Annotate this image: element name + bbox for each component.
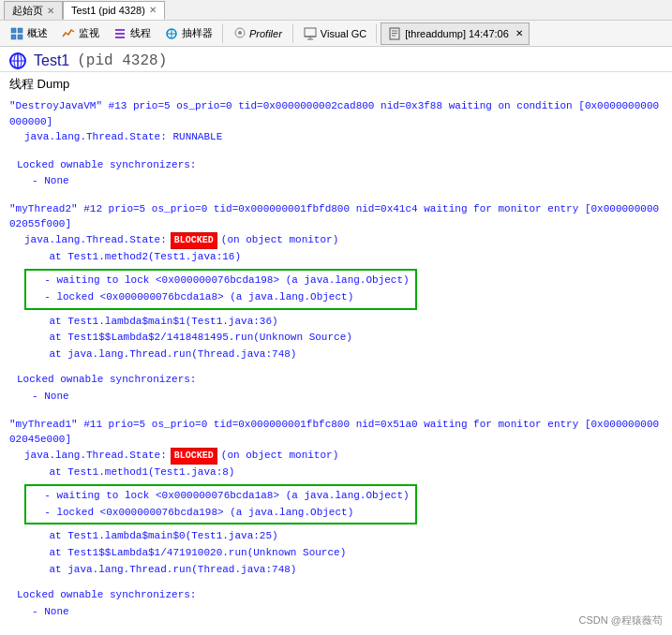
svg-rect-0 — [11, 28, 16, 33]
sync-section-2: Locked ownable synchronizers: - None — [9, 372, 663, 405]
sync-section-3: Locked ownable synchronizers: - None — [9, 587, 663, 620]
sync-title-2: Locked ownable synchronizers: — [17, 372, 663, 389]
page-icon — [9, 52, 26, 69]
thread-block-mythread1: "myThread1" #11 prio=5 os_prio=0 tid=0x0… — [9, 417, 663, 621]
thread-state-2-suffix: (on object monitor) — [221, 232, 338, 249]
visualgc-button[interactable]: Visual GC — [297, 22, 372, 45]
threaddump-timestamp: 14:47:06 — [469, 28, 509, 39]
thread-stack-2c: at Test1$$Lambda$2/1418481495.run(Unknow… — [9, 330, 663, 347]
sync-section-1: Locked ownable synchronizers: - None — [9, 157, 663, 190]
thread-header-3: "myThread1" #11 prio=5 os_prio=0 tid=0x0… — [9, 417, 663, 448]
sync-none-2: - None — [17, 389, 663, 406]
thread-header-2: "myThread2" #12 prio=5 os_prio=0 tid=0x0… — [9, 201, 663, 232]
thread-stack-2b: at Test1.lambda$main$1(Test1.java:36) — [9, 314, 663, 331]
watermark: CSDN @程猿薇苟 — [579, 613, 663, 628]
svg-rect-2 — [11, 35, 16, 39]
sampler-label: 抽样器 — [182, 26, 213, 40]
thread-stack-3b: at Test1.lambda$main$0(Test1.java:25) — [9, 528, 663, 545]
tab-test1-close[interactable]: ✕ — [149, 5, 157, 15]
thread-label: 线程 — [130, 26, 151, 40]
lock-box-2: - waiting to lock <0x000000076bcda198> (… — [24, 269, 417, 309]
thread-block-mythread2: "myThread2" #12 prio=5 os_prio=0 tid=0x0… — [9, 201, 663, 406]
visualgc-icon — [303, 26, 318, 41]
overview-button[interactable]: 概述 — [4, 22, 53, 45]
thread-button[interactable]: 线程 — [107, 22, 157, 45]
thread-stack-2a: at Test1.method2(Test1.java:16) — [9, 249, 663, 266]
thread-header-1: "DestroyJavaVM" #13 prio=5 os_prio=0 tid… — [9, 98, 663, 129]
thread-state-1: java.lang.Thread.State: RUNNABLE — [9, 129, 663, 146]
title-bar: 起始页 ✕ Test1 (pid 4328) ✕ — [0, 0, 672, 21]
sync-none-3: - None — [17, 604, 663, 621]
visualgc-label: Visual GC — [321, 28, 366, 39]
tab-start-label: 起始页 — [12, 4, 43, 18]
lock-line-3b: - locked <0x000000076bcda198> (a java.la… — [32, 505, 410, 522]
thread-state-3: java.lang.Thread.State: BLOCKED (on obje… — [9, 448, 663, 465]
threaddump-label: [threaddump] — [405, 28, 466, 39]
svg-rect-3 — [18, 35, 22, 39]
page-pid: (pid 4328) — [77, 52, 167, 69]
tab-test1[interactable]: Test1 (pid 4328) ✕ — [63, 1, 165, 20]
svg-rect-16 — [390, 28, 399, 39]
thread-stack-3a: at Test1.method1(Test1.java:8) — [9, 465, 663, 481]
profiler-label: Profiler — [249, 28, 282, 39]
tab-start[interactable]: 起始页 ✕ — [4, 1, 63, 20]
blocked-badge-3: BLOCKED — [171, 448, 217, 465]
sync-title-3: Locked ownable synchronizers: — [17, 587, 663, 604]
profiler-button[interactable]: Profiler — [227, 22, 289, 45]
toolbar: 概述 监视 线程 抽样器 — [0, 21, 672, 47]
svg-rect-12 — [305, 28, 316, 37]
svg-point-11 — [238, 31, 242, 35]
toolbar-separator-1 — [222, 24, 223, 43]
sync-title-1: Locked ownable synchronizers: — [17, 157, 663, 174]
thread-state-2-label: java.lang.Thread.State: — [24, 232, 167, 249]
tab-start-close: ✕ — [47, 6, 54, 16]
lock-line-3a: - waiting to lock <0x000000076bcda1a8> (… — [32, 488, 410, 505]
threaddump-icon — [387, 26, 402, 41]
toolbar-separator-2 — [292, 24, 293, 43]
sampler-button[interactable]: 抽样器 — [158, 22, 218, 45]
thread-block-destroyjavavm: "DestroyJavaVM" #13 prio=5 os_prio=0 tid… — [9, 98, 663, 190]
monitor-button[interactable]: 监视 — [55, 22, 105, 45]
lock-line-2a: - waiting to lock <0x000000076bcda198> (… — [32, 273, 410, 289]
threaddump-close[interactable]: ✕ — [515, 28, 523, 38]
monitor-icon — [61, 26, 76, 41]
thread-stack-3d: at java.lang.Thread.run(Thread.java:748) — [9, 562, 663, 579]
tab-test1-label: Test1 (pid 4328) — [71, 5, 145, 16]
thread-state-2: java.lang.Thread.State: BLOCKED (on obje… — [9, 232, 663, 249]
monitor-label: 监视 — [79, 26, 99, 40]
thread-state-3-suffix: (on object monitor) — [221, 448, 338, 465]
threaddump-button[interactable]: [threaddump] 14:47:06 ✕ — [381, 22, 530, 45]
sync-none-1: - None — [17, 173, 663, 190]
section-label: 线程 Dump — [0, 72, 672, 95]
lock-line-2b: - locked <0x000000076bcda1a8> (a java.la… — [32, 289, 410, 306]
page-header: Test1 (pid 4328) — [0, 47, 672, 72]
thread-stack-2d: at java.lang.Thread.run(Thread.java:748) — [9, 347, 663, 363]
svg-rect-1 — [18, 28, 22, 33]
content-area: "DestroyJavaVM" #13 prio=5 os_prio=0 tid… — [0, 95, 672, 627]
thread-state-3-label: java.lang.Thread.State: — [24, 448, 167, 465]
lock-box-3: - waiting to lock <0x000000076bcda1a8> (… — [24, 484, 417, 524]
profiler-icon — [233, 26, 246, 41]
page-title: Test1 — [34, 52, 69, 69]
overview-label: 概述 — [27, 26, 48, 40]
thread-icon — [112, 26, 127, 41]
overview-icon — [9, 26, 24, 41]
thread-stack-3c: at Test1$$Lambda$1/471910020.run(Unknown… — [9, 545, 663, 562]
toolbar-separator-3 — [376, 24, 377, 43]
blocked-badge-2: BLOCKED — [171, 232, 217, 249]
sampler-icon — [164, 26, 179, 41]
